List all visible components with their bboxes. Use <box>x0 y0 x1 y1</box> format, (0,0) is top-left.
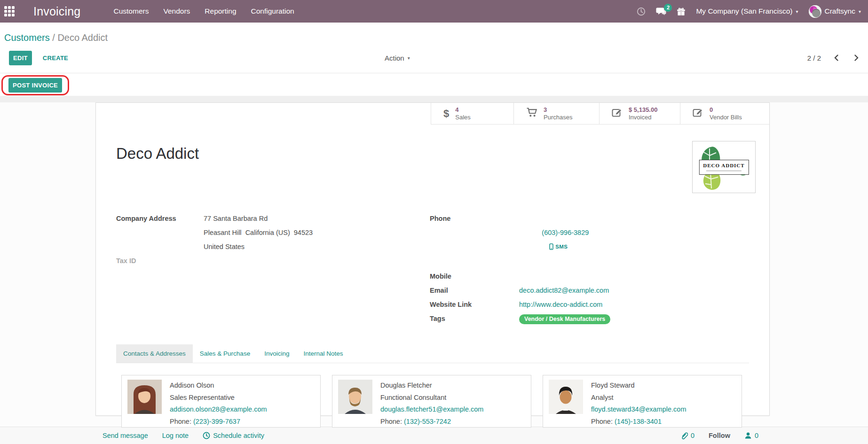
contact-card-floyd-steward[interactable]: Floyd Steward Analyst floyd.steward34@ex… <box>543 375 742 428</box>
shopping-cart-icon <box>526 108 537 119</box>
menu-reporting[interactable]: Reporting <box>204 5 237 17</box>
address-line-1: 77 Santa Barbara Rd <box>204 211 430 226</box>
contact-photo <box>549 380 583 414</box>
schedule-activity-button[interactable]: Schedule activity <box>203 432 264 439</box>
tax-id-value <box>204 254 430 268</box>
schedule-activity-label: Schedule activity <box>213 432 264 439</box>
breadcrumb-customers-link[interactable]: Customers <box>4 32 50 43</box>
address-line-3: United States <box>204 240 430 254</box>
logo-tagline-line <box>706 170 742 171</box>
chevron-down-icon: ▾ <box>859 9 861 14</box>
sales-label: Sales <box>455 114 471 121</box>
phone-link[interactable]: (603)-996-3829 <box>542 229 589 236</box>
contact-role: Analyst <box>591 392 687 404</box>
fields-left-column: Company Address 77 Santa Barbara Rd Plea… <box>116 211 430 326</box>
address-line-2: Pleasant Hill California (US) 94523 <box>204 226 430 240</box>
breadcrumb-current: Deco Addict <box>57 32 108 43</box>
tags-label: Tags <box>430 312 519 326</box>
contacts-list: Addison Olson Sales Representative addis… <box>121 375 749 428</box>
user-menu[interactable]: Craftsync ▾ <box>809 5 861 18</box>
sales-count: 4 <box>455 106 471 114</box>
company-logo-image[interactable]: DECO ADDICT <box>692 141 756 193</box>
activities-clock-icon[interactable] <box>637 7 646 16</box>
stat-button-invoiced[interactable]: $ 5,135.00 Invoiced <box>599 103 680 125</box>
mobile-value <box>519 269 749 283</box>
contact-card-douglas-fletcher[interactable]: Douglas Fletcher Functional Consultant d… <box>332 375 531 428</box>
mobile-label: Mobile <box>430 269 519 283</box>
main-menu: Customers Vendors Reporting Configuratio… <box>112 5 295 17</box>
attachments-count: 0 <box>691 432 694 439</box>
contact-phone-link[interactable]: (145)-138-3401 <box>615 418 662 425</box>
company-switcher[interactable]: My Company (San Francisco) ▾ <box>696 7 798 16</box>
email-label: Email <box>430 283 519 297</box>
breadcrumb-separator: / <box>52 32 55 43</box>
contact-photo <box>127 380 162 414</box>
highlight-annotation: POST INVOICE <box>1 75 69 95</box>
chevron-down-icon: ▾ <box>408 55 410 61</box>
email-link[interactable]: deco.addict82@example.com <box>519 287 609 294</box>
invoiced-amount: $ 5,135.00 <box>629 106 657 114</box>
create-button[interactable]: CREATE <box>40 54 71 62</box>
purchases-label: Purchases <box>544 114 572 121</box>
notebook-tabs: Contacts & Addresses Sales & Purchase In… <box>116 344 749 363</box>
log-note-button[interactable]: Log note <box>162 432 189 439</box>
record-sheet: $ 4 Sales 3 Purchases <box>95 102 770 416</box>
menu-vendors[interactable]: Vendors <box>162 5 191 17</box>
action-label: Action <box>385 54 404 62</box>
clock-icon <box>203 432 210 439</box>
website-link[interactable]: http://www.deco-addict.com <box>519 301 602 308</box>
edit-button[interactable]: EDIT <box>9 51 32 65</box>
contact-phone-label: Phone: <box>170 418 191 425</box>
pager-previous-icon[interactable] <box>832 53 841 62</box>
contact-name: Douglas Fletcher <box>380 380 483 392</box>
apps-grid-icon[interactable] <box>4 6 15 16</box>
post-invoice-button[interactable]: POST INVOICE <box>8 78 62 93</box>
gift-icon[interactable] <box>677 7 686 16</box>
menu-customers[interactable]: Customers <box>112 5 150 17</box>
vendor-bills-count: 0 <box>710 106 742 114</box>
follow-button[interactable]: Follow <box>709 432 730 439</box>
chevron-down-icon: ▾ <box>796 9 798 14</box>
tab-contacts-addresses[interactable]: Contacts & Addresses <box>116 344 193 363</box>
messages-icon[interactable]: 2 <box>656 7 666 16</box>
sms-label: SMS <box>555 240 568 254</box>
app-name[interactable]: Invoicing <box>33 5 80 18</box>
sms-button[interactable]: SMS <box>549 240 568 254</box>
stat-button-vendor-bills[interactable]: 0 Vendor Bills <box>680 103 769 125</box>
contact-email-link[interactable]: floyd.steward34@example.com <box>591 405 687 413</box>
contact-name: Floyd Steward <box>591 380 687 392</box>
contact-email-link[interactable]: addison.olson28@example.com <box>170 405 267 413</box>
fields-right-column: Phone (603)-996-3829 SMS Mobile Email de… <box>430 211 749 326</box>
tab-invoicing[interactable]: Invoicing <box>257 344 296 363</box>
pager-next-icon[interactable] <box>852 53 860 62</box>
followers-button[interactable]: 0 <box>744 432 758 439</box>
tab-sales-purchase[interactable]: Sales & Purchase <box>193 344 257 363</box>
phone-label: Phone <box>430 211 519 269</box>
vendor-bills-label: Vendor Bills <box>710 114 742 121</box>
pencil-square-icon <box>693 108 703 119</box>
statusbar: POST INVOICE <box>0 73 868 96</box>
action-dropdown[interactable]: Action ▾ <box>385 54 410 62</box>
control-panel: Customers / Deco Addict EDIT CREATE Acti… <box>0 23 868 96</box>
contact-card-addison-olson[interactable]: Addison Olson Sales Representative addis… <box>121 375 321 428</box>
chatter-toolbar: Send message Log note Schedule activity … <box>0 427 868 444</box>
contact-email-link[interactable]: douglas.fletcher51@example.com <box>380 405 483 413</box>
contact-phone-link[interactable]: (223)-399-7637 <box>193 418 240 425</box>
attachments-button[interactable]: 0 <box>680 432 694 440</box>
contact-phone-link[interactable]: (132)-553-7242 <box>404 418 451 425</box>
page-title: Deco Addict <box>116 145 749 162</box>
record-pager: 2 / 2 <box>807 53 860 62</box>
contact-role: Functional Consultant <box>380 392 483 404</box>
invoiced-label: Invoiced <box>629 114 657 121</box>
messages-count-badge: 2 <box>664 4 672 12</box>
user-name: Craftsync <box>825 7 855 16</box>
stat-button-purchases[interactable]: 3 Purchases <box>513 103 599 125</box>
stat-button-sales[interactable]: $ 4 Sales <box>431 103 513 125</box>
breadcrumb: Customers / Deco Addict <box>0 23 868 43</box>
menu-configuration[interactable]: Configuration <box>250 5 295 17</box>
tab-internal-notes[interactable]: Internal Notes <box>296 344 350 363</box>
user-avatar <box>809 5 821 18</box>
purchases-count: 3 <box>544 106 572 114</box>
panel-shadow-band <box>0 96 868 102</box>
send-message-button[interactable]: Send message <box>103 432 148 439</box>
